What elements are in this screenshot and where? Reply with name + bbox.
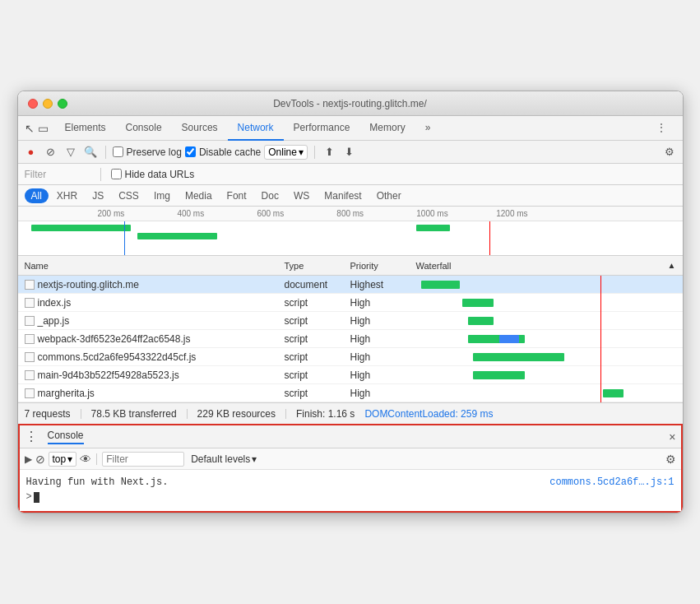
table-row[interactable]: margherita.jsscriptHigh — [18, 384, 683, 402]
clear-button[interactable]: ⊘ — [43, 144, 59, 160]
hide-urls-label[interactable]: Hide data URLs — [111, 169, 195, 180]
type-tab-other[interactable]: Other — [370, 188, 408, 203]
title-bar: DevTools - nextjs-routing.glitch.me/ — [18, 91, 683, 116]
type-tab-img[interactable]: Img — [147, 188, 177, 203]
table-row[interactable]: _app.jsscriptHigh — [18, 312, 683, 330]
table-row[interactable]: commons.5cd2a6fe9543322d45cf.jsscriptHig… — [18, 348, 683, 366]
upload-button[interactable]: ⬆ — [322, 144, 338, 160]
tab-memory[interactable]: Memory — [359, 116, 415, 141]
tab-performance[interactable]: Performance — [284, 116, 360, 141]
throttle-select[interactable]: Online ▾ — [264, 145, 308, 160]
resources-size: 229 KB resources — [197, 408, 276, 420]
hide-urls-checkbox[interactable] — [111, 169, 122, 179]
preserve-log-label[interactable]: Preserve log — [113, 146, 182, 158]
console-settings-button[interactable]: ⚙ — [665, 453, 676, 466]
timeline-bar-highlight — [416, 225, 449, 231]
tick-200ms: 200 ms — [97, 209, 124, 218]
devtools-window: DevTools - nextjs-routing.glitch.me/ ↖ ▭… — [17, 91, 684, 513]
cell-type: script — [285, 351, 350, 363]
vertical-red-line — [489, 221, 490, 255]
table-row[interactable]: main-9d4b3b522f54928a5523.jsscriptHigh — [18, 366, 683, 384]
waterfall-redline — [600, 294, 601, 312]
console-message-row: Having fun with Next.js. commons.5cd2a6f… — [26, 475, 675, 490]
disable-cache-checkbox[interactable] — [185, 146, 196, 157]
type-tab-media[interactable]: Media — [178, 188, 219, 203]
filter-divider — [100, 168, 101, 181]
table-row[interactable]: index.jsscriptHigh — [18, 294, 683, 312]
file-icon — [25, 388, 35, 398]
type-tab-xhr[interactable]: XHR — [50, 188, 84, 203]
type-tab-css[interactable]: CSS — [112, 188, 146, 203]
console-block-button[interactable]: ⊘ — [35, 453, 45, 466]
search-button[interactable]: 🔍 — [82, 144, 99, 160]
finish-time: Finish: 1.16 s — [296, 408, 355, 420]
cell-priority: Highest — [350, 279, 416, 290]
col-type[interactable]: Type — [285, 261, 350, 271]
type-tab-js[interactable]: JS — [86, 188, 110, 203]
waterfall-redline — [600, 276, 601, 294]
table-header: Name Type Priority Waterfall ▲ — [18, 256, 683, 276]
close-button[interactable] — [28, 99, 38, 109]
maximize-button[interactable] — [58, 99, 67, 109]
cell-waterfall — [416, 366, 676, 384]
filter-input[interactable] — [25, 169, 90, 180]
tick-1200ms: 1200 ms — [496, 209, 527, 218]
filter-button[interactable]: ▽ — [63, 144, 79, 160]
col-waterfall[interactable]: Waterfall ▲ — [416, 261, 676, 271]
cell-name: main-9d4b3b522f54928a5523.js — [25, 369, 285, 381]
tab-console[interactable]: Console — [116, 116, 172, 141]
window-title: DevTools - nextjs-routing.glitch.me/ — [273, 98, 427, 109]
console-eye-button[interactable]: 👁 — [80, 453, 91, 466]
console-filter-input[interactable] — [102, 452, 184, 467]
type-tab-doc[interactable]: Doc — [255, 188, 285, 203]
type-tab-all[interactable]: All — [25, 188, 49, 203]
tab-sources[interactable]: Sources — [172, 116, 228, 141]
file-icon — [25, 370, 35, 380]
col-name[interactable]: Name — [25, 261, 285, 271]
default-levels-select[interactable]: Default levels ▾ — [191, 453, 257, 465]
console-source-link[interactable]: commons.5cd2a6f….js:1 — [549, 476, 674, 488]
cell-type: script — [285, 333, 350, 345]
console-close-button[interactable]: × — [669, 430, 675, 444]
cell-type: script — [285, 388, 350, 399]
type-tab-manifest[interactable]: Manifest — [318, 188, 368, 203]
divider2 — [314, 146, 315, 159]
tick-800ms: 800 ms — [336, 209, 364, 218]
action-bar: ● ⊘ ▽ 🔍 Preserve log Disable cache Onlin… — [18, 141, 683, 164]
tab-elements[interactable]: Elements — [55, 116, 116, 141]
filter-bar: Hide data URLs — [18, 164, 683, 185]
file-icon — [25, 298, 35, 308]
minimize-button[interactable] — [43, 99, 53, 109]
tick-400ms: 400 ms — [177, 209, 204, 218]
tab-more[interactable]: » — [415, 116, 441, 141]
file-icon — [25, 316, 35, 326]
file-icon — [25, 280, 35, 290]
col-priority[interactable]: Priority — [350, 261, 416, 271]
vertical-blue-line — [124, 221, 125, 255]
type-tab-ws[interactable]: WS — [287, 188, 316, 203]
table-row[interactable]: webpack-3df6523e264ff2ac6548.jsscriptHig… — [18, 330, 683, 348]
tab-menu[interactable]: ⋮ — [647, 116, 676, 141]
device-icon[interactable]: ▭ — [38, 122, 49, 135]
record-button[interactable]: ● — [23, 144, 39, 160]
tab-network[interactable]: Network — [228, 116, 284, 141]
disable-cache-label[interactable]: Disable cache — [185, 146, 261, 158]
divider3 — [285, 409, 286, 419]
table-row[interactable]: nextjs-routing.glitch.medocumentHighest — [18, 276, 683, 294]
waterfall-bar — [468, 317, 494, 325]
cell-type: script — [285, 369, 350, 381]
divider — [81, 409, 81, 419]
file-icon — [25, 334, 35, 344]
console-dots-menu[interactable]: ⋮ — [25, 429, 38, 444]
settings-button[interactable]: ⚙ — [661, 144, 678, 160]
type-tab-font[interactable]: Font — [220, 188, 253, 203]
cell-waterfall — [416, 312, 676, 330]
download-button[interactable]: ⬇ — [341, 144, 358, 160]
context-selector[interactable]: top ▾ — [49, 452, 77, 467]
preserve-log-checkbox[interactable] — [113, 146, 123, 157]
console-play-button[interactable]: ▶ — [25, 453, 32, 465]
cell-type: script — [285, 315, 350, 327]
waterfall-redline — [600, 366, 601, 384]
cell-priority: High — [350, 351, 416, 363]
cursor-icon[interactable]: ↖ — [25, 122, 35, 135]
